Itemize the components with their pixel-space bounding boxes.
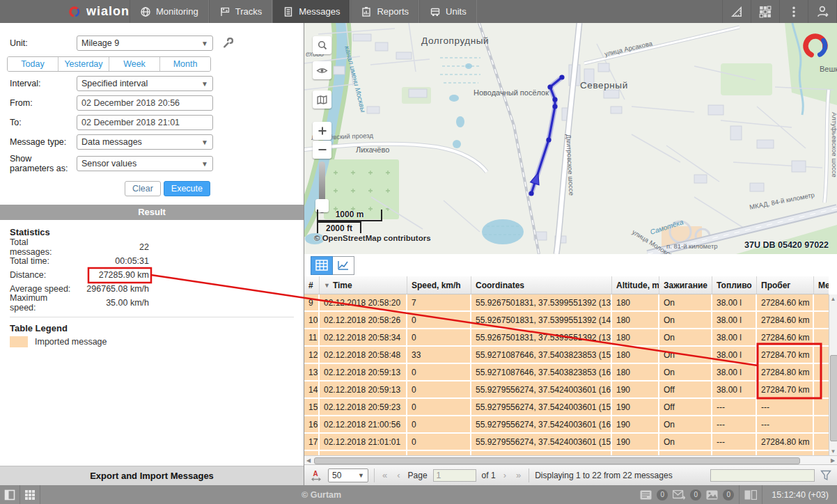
toggle-left-panel-button[interactable] bbox=[0, 485, 19, 504]
cell-media[interactable] bbox=[814, 381, 829, 399]
cell-alt[interactable]: 180 bbox=[612, 364, 659, 381]
cell-ign[interactable]: On bbox=[659, 347, 712, 364]
vertical-scrollbar[interactable]: ▲ ▼ bbox=[829, 294, 837, 455]
apps-menu-button[interactable] bbox=[751, 0, 779, 23]
vertical-scroll-thumb[interactable] bbox=[830, 355, 837, 441]
col-number[interactable]: # bbox=[304, 276, 320, 294]
range-yesterday-button[interactable]: Yesterday bbox=[58, 57, 109, 71]
cell-time[interactable]: 02.12.2018 20:59:23 bbox=[320, 399, 407, 416]
range-week-button[interactable]: Week bbox=[109, 57, 160, 71]
tab-monitoring[interactable]: Monitoring bbox=[130, 0, 209, 23]
map-layers-button[interactable] bbox=[313, 90, 331, 109]
layout-columns-icon[interactable] bbox=[744, 490, 757, 500]
cell-n[interactable]: 15 bbox=[304, 399, 320, 416]
cell-coords[interactable]: 55.9271087646, 37.5403823853 (15) bbox=[471, 347, 612, 364]
cell-mileage[interactable]: 27284.80 km bbox=[757, 364, 814, 381]
cell-coords[interactable]: 55.9279556274, 37.5424003601 (16) bbox=[471, 416, 612, 434]
cell-fuel[interactable]: 38.00 l bbox=[712, 381, 757, 399]
map-visibility-button[interactable] bbox=[313, 61, 331, 79]
execute-button[interactable]: Execute bbox=[164, 181, 210, 196]
cell-fuel[interactable]: 38.00 l bbox=[712, 347, 757, 364]
scroll-up-icon[interactable]: ▲ bbox=[829, 294, 837, 303]
show-params-select[interactable]: Sensor values ▼ bbox=[77, 156, 213, 171]
cell-mileage[interactable]: --- bbox=[757, 399, 814, 416]
media-icon[interactable] bbox=[706, 490, 718, 500]
cell-ign[interactable]: On bbox=[659, 329, 712, 347]
cell-time[interactable]: 02.12.2018 20:58:20 bbox=[320, 294, 407, 312]
cell-time[interactable]: 02.12.2018 20:58:34 bbox=[320, 329, 407, 347]
cell-time[interactable]: 02.12.2018 21:01:01 bbox=[320, 434, 407, 451]
tab-reports[interactable]: Reports bbox=[350, 0, 419, 23]
user-account-button[interactable] bbox=[808, 0, 837, 23]
cell-mileage[interactable]: 27284.60 km bbox=[757, 329, 814, 347]
tab-tracks[interactable]: Tracks bbox=[209, 0, 273, 23]
cell-media[interactable] bbox=[814, 347, 829, 364]
autofit-columns-icon[interactable]: A bbox=[310, 469, 322, 482]
cell-ign[interactable]: On bbox=[659, 434, 712, 451]
cell-alt[interactable]: 190 bbox=[612, 434, 659, 451]
last-page-button[interactable]: » bbox=[514, 470, 523, 480]
cell-mileage[interactable]: 27284.70 km bbox=[757, 347, 814, 364]
cell-n[interactable]: 16 bbox=[304, 416, 320, 434]
first-page-button[interactable]: « bbox=[380, 470, 389, 480]
to-input[interactable] bbox=[77, 115, 213, 130]
tab-units[interactable]: Units bbox=[419, 0, 477, 23]
table-view-button[interactable] bbox=[311, 256, 333, 275]
cell-alt[interactable]: 180 bbox=[612, 312, 659, 329]
cell-ign[interactable]: Off bbox=[659, 381, 712, 399]
cell-media[interactable] bbox=[814, 364, 829, 381]
cell-coords[interactable]: 55.9267501831, 37.5399551392 (13) bbox=[471, 294, 612, 312]
cell-coords[interactable]: 55.9267501831, 37.5399551392 (14) bbox=[471, 312, 612, 329]
col-speed[interactable]: Speed, km/h bbox=[407, 276, 471, 294]
cell-ign[interactable]: On bbox=[659, 294, 712, 312]
ruler-tool-button[interactable] bbox=[722, 0, 751, 23]
interval-select[interactable]: Specified interval ▼ bbox=[77, 76, 213, 91]
horizontal-scroll-thumb[interactable] bbox=[314, 457, 800, 464]
scroll-down-icon[interactable]: ▼ bbox=[829, 447, 837, 455]
cell-fuel[interactable]: --- bbox=[712, 434, 757, 451]
cell-n[interactable]: 11 bbox=[304, 329, 320, 347]
cell-media[interactable] bbox=[814, 416, 829, 434]
cell-media[interactable] bbox=[814, 329, 829, 347]
cell-media[interactable] bbox=[814, 294, 829, 312]
unit-properties-wrench-icon[interactable] bbox=[221, 38, 233, 49]
cell-fuel[interactable]: 38.00 l bbox=[712, 329, 757, 347]
cell-n[interactable]: 14 bbox=[304, 381, 320, 399]
cell-speed[interactable]: 0 bbox=[407, 329, 471, 347]
page-number-input[interactable] bbox=[433, 469, 476, 482]
cell-n[interactable]: 12 bbox=[304, 347, 320, 364]
table-row[interactable]: 1402.12.2018 20:59:13055.9279556274, 37.… bbox=[304, 381, 829, 399]
cell-n[interactable]: 10 bbox=[304, 312, 320, 329]
bottom-apps-button[interactable] bbox=[20, 485, 40, 504]
table-row[interactable]: 1202.12.2018 20:58:483355.9271087646, 37… bbox=[304, 347, 829, 364]
cell-fuel[interactable]: 38.00 l bbox=[712, 294, 757, 312]
cell-alt[interactable]: 180 bbox=[612, 329, 659, 347]
cell-speed[interactable]: 0 bbox=[407, 399, 471, 416]
cell-ign[interactable]: On bbox=[659, 364, 712, 381]
unit-select[interactable]: Mileage 9 ▼ bbox=[77, 36, 213, 51]
messages-icon[interactable] bbox=[640, 490, 652, 500]
cell-alt[interactable]: 190 bbox=[612, 381, 659, 399]
table-row[interactable]: 1102.12.2018 20:58:34055.9267501831, 37.… bbox=[304, 329, 829, 347]
export-import-messages-bar[interactable]: Export and Import Messages bbox=[0, 466, 304, 485]
range-today-button[interactable]: Today bbox=[8, 57, 58, 71]
col-media[interactable]: Media bbox=[814, 276, 829, 294]
col-coordinates[interactable]: Coordinates bbox=[471, 276, 612, 294]
table-row[interactable]: 1002.12.2018 20:58:26055.9267501831, 37.… bbox=[304, 312, 829, 329]
cell-alt[interactable]: 190 bbox=[612, 416, 659, 434]
cell-coords[interactable]: 55.9267501831, 37.5399551392 (13) bbox=[471, 329, 612, 347]
cell-media[interactable] bbox=[814, 312, 829, 329]
chart-view-button[interactable] bbox=[333, 256, 354, 275]
cell-fuel[interactable]: --- bbox=[712, 416, 757, 434]
cell-speed[interactable]: 0 bbox=[407, 312, 471, 329]
cell-speed[interactable]: 0 bbox=[407, 364, 471, 381]
cell-speed[interactable]: 7 bbox=[407, 294, 471, 312]
cell-alt[interactable]: 180 bbox=[612, 347, 659, 364]
cell-speed[interactable]: 33 bbox=[407, 347, 471, 364]
cell-fuel[interactable]: 38.00 l bbox=[712, 364, 757, 381]
cell-time[interactable]: 02.12.2018 20:58:48 bbox=[320, 347, 407, 364]
cell-fuel[interactable]: --- bbox=[712, 399, 757, 416]
zoom-out-button[interactable] bbox=[313, 141, 331, 159]
map-search-button[interactable] bbox=[313, 36, 331, 54]
cell-n[interactable]: 17 bbox=[304, 434, 320, 451]
